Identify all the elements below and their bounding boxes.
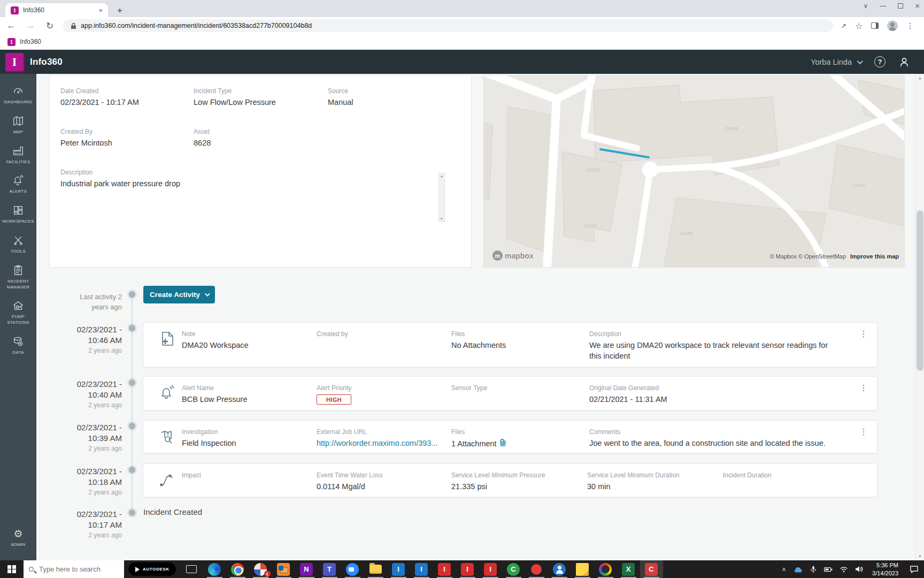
- taskbar-app-contacts[interactable]: [548, 560, 571, 578]
- taskbar-app-camtasia[interactable]: C: [640, 560, 663, 578]
- action-center-icon[interactable]: [910, 565, 919, 573]
- tray-clock[interactable]: 5:36 PM 3/14/2023: [872, 561, 898, 577]
- scrollbar-thumb[interactable]: [917, 210, 923, 371]
- taskbar-app-onenote[interactable]: N: [295, 560, 318, 578]
- start-button[interactable]: [0, 560, 24, 578]
- url-bar[interactable]: app.info360.com/incident-management/inci…: [63, 19, 833, 32]
- tab-close-icon[interactable]: ×: [98, 6, 103, 14]
- field-description[interactable]: Description Industrial park water pressu…: [60, 169, 439, 189]
- taskbar-app-outlook[interactable]: [272, 560, 295, 578]
- search-input[interactable]: [38, 565, 113, 574]
- sidebar-item-tools[interactable]: TOOLS: [0, 230, 36, 260]
- create-activity-button[interactable]: Create Activity: [143, 286, 215, 303]
- map-attribution: © Mapbox © OpenStreetMap Improve this ma…: [770, 253, 899, 260]
- card-menu-icon[interactable]: ⋮: [857, 428, 871, 436]
- sidebar-item-admin[interactable]: ⚙ ADMIN: [0, 524, 36, 553]
- onedrive-icon[interactable]: [793, 566, 803, 573]
- tray-chevron-up-icon[interactable]: ∧: [782, 566, 786, 573]
- external-job-url-link[interactable]: http://workorder.maximo.com/393...: [317, 438, 451, 449]
- sidebar-item-workspaces[interactable]: WORKSPACES: [0, 200, 36, 230]
- sidebar-item-data[interactable]: DATA: [0, 331, 36, 361]
- maximize-icon[interactable]: [898, 3, 903, 9]
- sidebar-label: DASHBOARD: [4, 100, 32, 105]
- url-text: app.info360.com/incident-management/inci…: [81, 22, 312, 29]
- taskbar-app-info360-blue-1[interactable]: I: [387, 560, 410, 578]
- attachment-link[interactable]: 1 Attachment: [451, 438, 506, 450]
- description-scrollbar[interactable]: ▲ ▼: [438, 173, 445, 222]
- window-close-icon[interactable]: ×: [915, 1, 920, 10]
- scrollbar-up-icon[interactable]: ▲: [915, 76, 924, 80]
- tab-search-icon[interactable]: ∨: [863, 2, 868, 10]
- taskbar-app-teams[interactable]: T: [318, 560, 341, 578]
- back-icon[interactable]: ←: [5, 20, 17, 31]
- bookmark-star-icon[interactable]: ☆: [855, 21, 863, 31]
- new-tab-button[interactable]: +: [113, 4, 126, 17]
- microphone-icon[interactable]: [810, 565, 817, 573]
- factory-icon: [12, 145, 24, 157]
- mapbox-logo[interactable]: m mapbox: [492, 250, 534, 261]
- incident-map[interactable]: 22448 22435 22425 22465 22445 m mapbox ©…: [483, 75, 905, 268]
- sidebar-item-incident-manager[interactable]: INCIDENT MANAGER: [0, 260, 36, 295]
- taskbar-app-info360-red-3[interactable]: I: [479, 560, 502, 578]
- autodesk-logo-icon: [135, 567, 140, 572]
- help-icon[interactable]: ?: [874, 56, 886, 67]
- sidebar-item-map[interactable]: MAP: [0, 110, 36, 140]
- taskbar-app-recorder[interactable]: [525, 560, 548, 578]
- sidebar-item-alerts[interactable]: ALERTS: [0, 170, 36, 200]
- card-field: Investigation Field Inspection: [182, 428, 317, 449]
- reload-icon[interactable]: ↻: [44, 20, 56, 32]
- improve-map-link[interactable]: Improve this map: [850, 253, 899, 260]
- profile-avatar[interactable]: [887, 20, 898, 31]
- record-dot-icon: [531, 564, 542, 575]
- map-parcel-label: 22448: [725, 126, 738, 131]
- location-dropdown[interactable]: Yorba Linda: [811, 58, 861, 66]
- volume-icon[interactable]: [855, 566, 863, 573]
- share-icon[interactable]: ↗: [841, 22, 846, 30]
- taskbar-app-edge[interactable]: [203, 560, 226, 578]
- taskbar-app-info360-blue-2[interactable]: I: [410, 560, 433, 578]
- app-header: I Info360 Yorba Linda ?: [0, 50, 924, 74]
- taskbar-app-adobe-cc[interactable]: [594, 560, 617, 578]
- forward-icon[interactable]: →: [25, 20, 36, 31]
- taskbar: AUTODESK 1 N T I I I I I C X C ∧: [0, 560, 924, 578]
- browser-tab[interactable]: I Info360 ×: [5, 3, 108, 17]
- timeline-date: 02/23/2021 - 10:17 AM 2 years ago: [52, 509, 122, 539]
- taskbar-app-camtasia-green[interactable]: C: [502, 560, 525, 578]
- card-menu-icon[interactable]: ⋮: [857, 384, 871, 392]
- sidebar-item-pump-stations[interactable]: PUMP STATIONS: [0, 295, 36, 331]
- scroll-down-icon[interactable]: ▼: [440, 217, 443, 220]
- autodesk-button[interactable]: AUTODESK: [128, 562, 176, 576]
- taskbar-app-notifications[interactable]: 1: [249, 560, 272, 578]
- user-icon[interactable]: [898, 56, 910, 68]
- sidebar-label: MAP: [13, 130, 23, 135]
- battery-icon[interactable]: [824, 566, 833, 573]
- wifi-icon[interactable]: [840, 566, 848, 573]
- scroll-up-icon[interactable]: ▲: [440, 174, 443, 178]
- field-label: Description: [60, 169, 439, 176]
- side-panel-icon[interactable]: [871, 22, 879, 29]
- taskbar-app-sticky-notes[interactable]: [571, 560, 594, 578]
- page-scrollbar[interactable]: ▲ ▼: [915, 74, 924, 560]
- taskbar-app-task-view[interactable]: [180, 560, 203, 578]
- sidebar-item-facilities[interactable]: FACILITIES: [0, 140, 36, 170]
- taskbar-app-excel[interactable]: X: [617, 560, 640, 578]
- minimize-icon[interactable]: —: [880, 2, 886, 10]
- priority-high-badge: HIGH: [317, 394, 351, 405]
- map-attribution-text: © Mapbox © OpenStreetMap: [770, 253, 846, 260]
- taskbar-app-chrome[interactable]: [226, 560, 249, 578]
- timeline-dot: [129, 509, 135, 516]
- taskbar-search[interactable]: [24, 560, 124, 578]
- sidebar-item-dashboard[interactable]: DASHBOARD: [0, 80, 36, 110]
- scrollbar-down-icon[interactable]: ▼: [915, 554, 924, 558]
- taskbar-app-info360-red-2[interactable]: I: [456, 560, 479, 578]
- taskbar-app-file-explorer[interactable]: [364, 560, 387, 578]
- task-view-icon: [186, 565, 197, 573]
- taskbar-app-info360-red-1[interactable]: I: [433, 560, 456, 578]
- browser-menu-icon[interactable]: ⋮: [906, 21, 914, 30]
- bookmark-info360[interactable]: Info360: [20, 38, 41, 45]
- field-label: Created By: [60, 128, 194, 135]
- timeline-dot: [129, 325, 135, 331]
- taskbar-app-zoom[interactable]: [341, 560, 364, 578]
- incident-detail-panel: Date Created 02/23/2021 - 10:17 AM Incid…: [49, 75, 472, 268]
- card-menu-icon[interactable]: ⋮: [857, 330, 871, 338]
